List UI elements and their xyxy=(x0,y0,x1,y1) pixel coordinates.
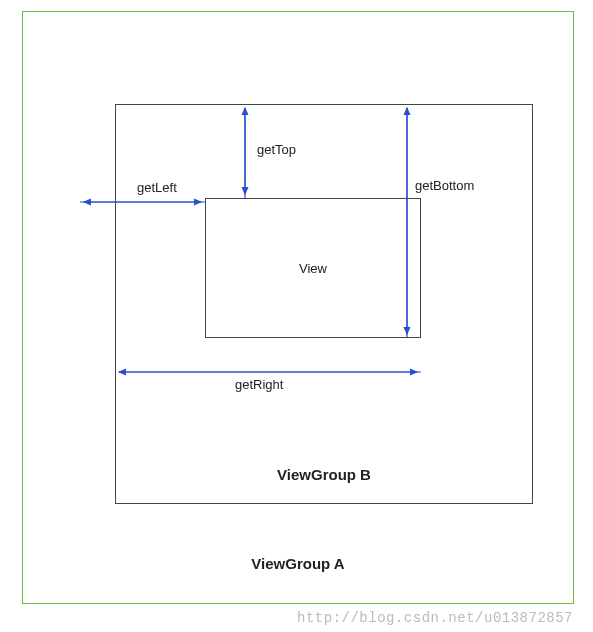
viewgroup-a-label: ViewGroup A xyxy=(251,555,344,572)
watermark-text: http://blog.csdn.net/u013872857 xyxy=(297,610,573,626)
viewgroup-a-box: getTop getLeft getBottom getRight View V… xyxy=(22,11,574,604)
viewgroup-b-box: getTop getLeft getBottom getRight View V… xyxy=(115,104,533,504)
viewgroup-b-label: ViewGroup B xyxy=(277,466,371,483)
gettop-label: getTop xyxy=(257,142,296,157)
getbottom-label: getBottom xyxy=(415,178,474,193)
view-label: View xyxy=(299,261,327,276)
view-box: View xyxy=(205,198,421,338)
getleft-label: getLeft xyxy=(137,180,177,195)
getright-label: getRight xyxy=(235,377,283,392)
